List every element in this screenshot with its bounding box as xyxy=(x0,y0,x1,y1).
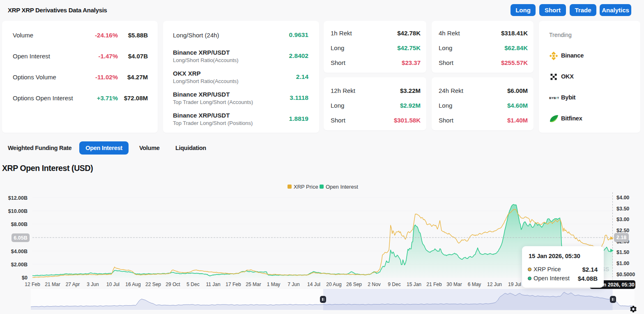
svg-text:$8.00B: $8.00B xyxy=(11,222,28,227)
svg-text:12 Feb: 12 Feb xyxy=(25,282,40,287)
svg-text:XRP Price: XRP Price xyxy=(294,184,318,190)
svg-text:11 Jan: 11 Jan xyxy=(206,282,220,287)
svg-text:15 Jan: 15 Jan xyxy=(407,282,421,287)
svg-text:30 Mar: 30 Mar xyxy=(446,282,462,287)
svg-text:Open Interest: Open Interest xyxy=(326,184,358,190)
svg-text:$3.00: $3.00 xyxy=(616,217,629,222)
svg-text:21 Mar: 21 Mar xyxy=(45,282,60,287)
svg-text:$0.5000: $0.5000 xyxy=(616,272,635,277)
svg-text:12 Jun: 12 Jun xyxy=(487,282,502,287)
svg-text:5 Dec: 5 Dec xyxy=(186,282,199,287)
svg-text:9 Dec: 9 Dec xyxy=(388,282,400,287)
svg-text:$12.00B: $12.00B xyxy=(8,195,28,201)
svg-text:$1.00: $1.00 xyxy=(616,261,629,266)
svg-text:16 Aug: 16 Aug xyxy=(125,282,140,287)
svg-text:2 Nov: 2 Nov xyxy=(368,282,380,287)
svg-text:14 Jul: 14 Jul xyxy=(307,282,320,287)
svg-text:$2.50: $2.50 xyxy=(616,228,629,233)
svg-text:$1.50: $1.50 xyxy=(616,249,629,255)
svg-text:19 Jul: 19 Jul xyxy=(508,282,521,287)
svg-text:$4.00B: $4.00B xyxy=(11,249,28,254)
svg-text:7 Jun: 7 Jun xyxy=(288,282,299,287)
svg-text:26 Sep: 26 Sep xyxy=(346,282,362,287)
svg-text:$4.00: $4.00 xyxy=(616,195,629,201)
svg-text:27 Apr: 27 Apr xyxy=(66,282,80,287)
svg-text:29 Oct: 29 Oct xyxy=(166,282,180,287)
svg-text:20 Aug: 20 Aug xyxy=(326,282,341,287)
svg-text:$10.00B: $10.00B xyxy=(8,208,28,214)
svg-text:$0: $0 xyxy=(22,275,28,281)
svg-text:6 May: 6 May xyxy=(468,282,481,287)
svg-text:25 Mar: 25 Mar xyxy=(246,282,261,287)
svg-text:21 Feb: 21 Feb xyxy=(426,282,442,287)
svg-text:1 May: 1 May xyxy=(267,282,281,287)
svg-text:$3.50: $3.50 xyxy=(616,206,629,212)
svg-text:22 Sep: 22 Sep xyxy=(145,282,161,287)
svg-text:10 Jul: 10 Jul xyxy=(106,282,120,287)
svg-text:3 Jun: 3 Jun xyxy=(87,282,99,287)
svg-text:$2.00B: $2.00B xyxy=(11,262,28,268)
svg-text:17 Feb: 17 Feb xyxy=(225,282,241,287)
